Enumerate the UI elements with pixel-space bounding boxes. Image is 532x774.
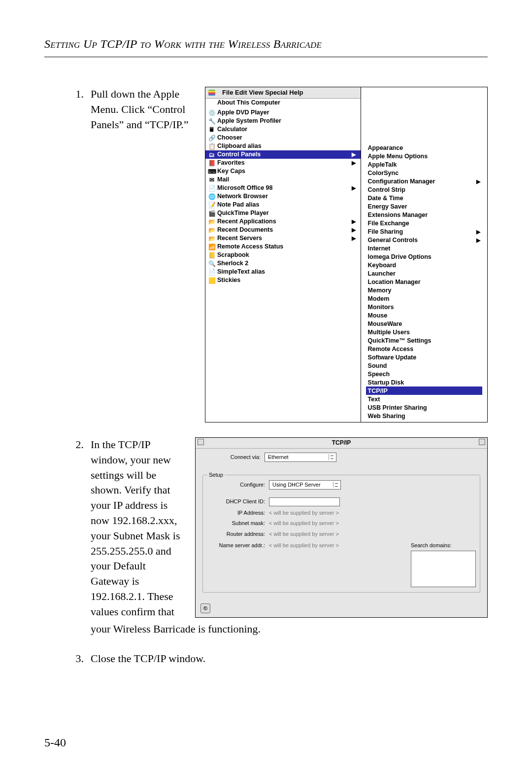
control-panel-item[interactable]: Remote Access [366, 345, 482, 353]
apple-menu-item[interactable]: 📋Clipboard alias [205, 142, 361, 150]
control-panel-item[interactable]: AppleTalk [366, 160, 482, 169]
apple-menu-item[interactable]: 📶Remote Access Status [205, 243, 361, 251]
menu-item-icon: ✉ [208, 176, 215, 183]
connect-via-select[interactable]: Ethernet [265, 453, 336, 462]
router-value: < will be supplied by server > [269, 530, 339, 538]
step-2-number: 2. [64, 437, 91, 453]
step-3-text: Close the TCP/IP window. [91, 651, 205, 667]
control-panel-item[interactable]: TCP/IP [366, 387, 482, 395]
control-panel-item[interactable]: Control Strip [366, 185, 482, 194]
apple-menu-item[interactable]: 📕Favorites▶ [205, 159, 361, 167]
control-panel-item[interactable]: QuickTime™ Settings [366, 336, 482, 345]
search-domains-input[interactable] [411, 551, 476, 587]
control-panel-item[interactable]: Energy Saver [366, 202, 482, 211]
apple-menu-item[interactable]: 🟨Stickies [205, 276, 361, 284]
submenu-arrow-icon: ▶ [476, 177, 480, 185]
submenu-arrow-icon: ▶ [352, 226, 356, 234]
menu-item-icon: 📒 [208, 252, 215, 259]
menu-item-icon: 🎬 [208, 210, 215, 217]
control-panel-item[interactable]: Internet [366, 244, 482, 252]
menu-item-icon: 🗂 [208, 151, 215, 158]
control-panel-item[interactable]: Launcher [366, 269, 482, 278]
apple-menu-item[interactable]: 📝Note Pad alias [205, 201, 361, 209]
control-panel-item[interactable]: ColorSync [366, 169, 482, 177]
control-panel-item[interactable]: Keyboard [366, 261, 482, 269]
setup-group-label: Setup [207, 471, 225, 479]
control-panel-item[interactable]: Modem [366, 294, 482, 303]
control-panel-item[interactable]: Location Manager [366, 278, 482, 286]
control-panel-item[interactable]: Memory [366, 286, 482, 294]
step-1-text: Pull down the Apple Menu. Click “Control… [91, 87, 194, 132]
apple-menu-item[interactable]: 💿Apple DVD Player [205, 108, 361, 117]
apple-menu-item[interactable]: 🖩Calculator [205, 125, 361, 134]
control-panel-item[interactable]: USB Printer Sharing [366, 403, 482, 412]
control-panel-item[interactable]: Extensions Manager [366, 211, 482, 219]
menu-item-icon: 🔧 [208, 118, 215, 125]
control-panel-item[interactable]: Text [366, 395, 482, 403]
control-panels-submenu: AppearanceApple Menu OptionsAppleTalkCol… [361, 141, 487, 422]
apple-menu-item[interactable]: ⌨Key Caps [205, 167, 361, 176]
ip-address-value: < will be supplied by server > [269, 509, 339, 517]
dhcp-client-input[interactable] [269, 497, 340, 506]
tcpip-titlebar: TCP/IP [196, 438, 487, 449]
apple-menu-item[interactable]: 📂Recent Servers▶ [205, 234, 361, 243]
apple-menu-item[interactable]: 🔍Sherlock 2 [205, 259, 361, 268]
apple-menu-item[interactable]: 🗂Control Panels▶ [205, 150, 361, 159]
subnet-label: Subnet mask: [207, 520, 269, 527]
apple-menu-item[interactable]: 🎬QuickTime Player [205, 209, 361, 217]
menu-item-label: Control Panels [217, 151, 261, 158]
control-panel-item[interactable]: Multiple Users [366, 328, 482, 336]
control-panel-item[interactable]: Mouse [366, 311, 482, 319]
apple-menu-item[interactable]: 🌐Network Browser [205, 192, 361, 201]
apple-menu-item[interactable]: 🔧Apple System Profiler [205, 117, 361, 125]
control-panel-item[interactable]: Monitors [366, 303, 482, 311]
close-icon[interactable] [198, 439, 204, 445]
menu-item-label: Recent Documents [217, 226, 273, 234]
control-panel-item[interactable]: File Exchange [366, 219, 482, 227]
ip-address-label: IP Address: [207, 509, 269, 517]
zoom-icon[interactable] [479, 439, 485, 445]
apple-menu-item[interactable]: 📒Scrapbook [205, 251, 361, 259]
control-panel-item[interactable]: Startup Disk [366, 378, 482, 387]
control-panel-item[interactable]: Apple Menu Options [366, 152, 482, 160]
control-panel-item[interactable]: Speech [366, 370, 482, 378]
control-panel-item[interactable]: Configuration Manager▶ [366, 177, 482, 185]
control-panel-item[interactable]: File Sharing▶ [366, 227, 482, 236]
control-panel-item[interactable]: Date & Time [366, 194, 482, 202]
control-panel-item[interactable]: Software Update [366, 353, 482, 361]
nameserver-value: < will be supplied by server > [269, 542, 339, 549]
menu-item-label: Favorites [217, 159, 245, 167]
menu-item-icon: 📶 [208, 244, 215, 250]
step-3: 3. Close the TCP/IP window. [64, 651, 488, 667]
menu-item-label: Sherlock 2 [217, 260, 248, 267]
control-panel-item[interactable]: Appearance [366, 143, 482, 152]
nameserver-label: Name server addr.: [207, 542, 269, 549]
menu-item-label: Scrapbook [217, 251, 249, 259]
apple-menu-item[interactable]: ✉Mail [205, 176, 361, 184]
mac-menubar: File Edit View Special Help [205, 87, 361, 99]
apple-menu-item[interactable]: 🔗Chooser [205, 134, 361, 142]
menu-item-icon: 🔍 [208, 260, 215, 267]
apple-logo-icon [208, 90, 215, 96]
apple-menu-item[interactable]: 📄Microsoft Office 98▶ [205, 184, 361, 192]
control-panel-item[interactable]: Sound [366, 361, 482, 370]
control-panel-item[interactable]: General Controls▶ [366, 236, 482, 244]
menu-item-icon: 📂 [208, 235, 215, 242]
apple-menu-item[interactable]: 📂Recent Documents▶ [205, 226, 361, 234]
menu-item-label: Recent Servers [217, 235, 262, 242]
menu-item-label: Remote Access Status [217, 243, 283, 250]
control-panel-item[interactable]: Web Sharing [366, 412, 482, 420]
menu-item-icon: 📕 [208, 160, 215, 167]
apple-menu-item[interactable]: 📄SimpleText alias [205, 268, 361, 276]
tcpip-title-text: TCP/IP [332, 439, 351, 446]
control-panel-item[interactable]: Iomega Drive Options [366, 252, 482, 261]
apple-menu-screenshot: File Edit View Special Help About This C… [205, 87, 488, 422]
apple-menu-list: About This Computer💿Apple DVD Player🔧App… [205, 99, 361, 284]
help-button[interactable]: © [200, 603, 210, 613]
step-1-number: 1. [64, 87, 91, 102]
control-panel-item[interactable]: MouseWare [366, 319, 482, 328]
apple-menu-about[interactable]: About This Computer [205, 99, 361, 107]
menu-item-label: Stickies [217, 277, 240, 284]
apple-menu-item[interactable]: 📂Recent Applications▶ [205, 217, 361, 226]
configure-select[interactable]: Using DHCP Server [269, 480, 341, 490]
